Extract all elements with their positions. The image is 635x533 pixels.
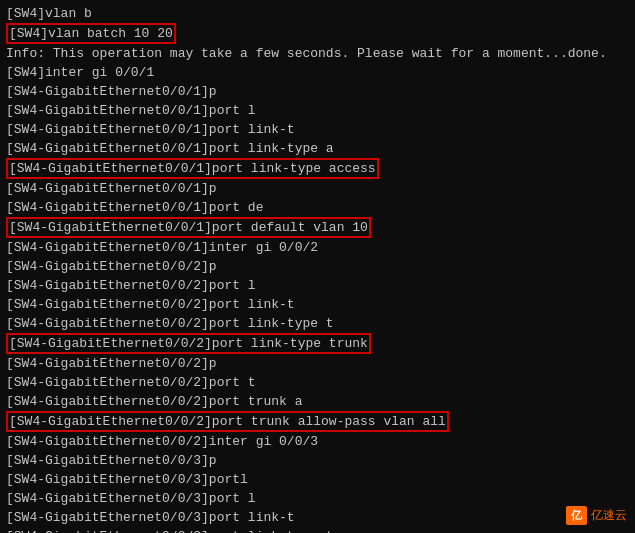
command-text: [SW4-GigabitEthernet0/0/1]p bbox=[6, 179, 217, 198]
terminal-line: [SW4-GigabitEthernet0/0/1]p bbox=[6, 179, 629, 198]
highlighted-command: [SW4-GigabitEthernet0/0/2]port trunk all… bbox=[6, 411, 449, 432]
terminal-line: [SW4-GigabitEthernet0/0/1]inter gi 0/0/2 bbox=[6, 238, 629, 257]
highlighted-command: [SW4-GigabitEthernet0/0/2]port link-type… bbox=[6, 333, 371, 354]
highlighted-command: [SW4-GigabitEthernet0/0/1]port default v… bbox=[6, 217, 371, 238]
command-text: [SW4-GigabitEthernet0/0/1]p bbox=[6, 82, 217, 101]
highlighted-command: [SW4-GigabitEthernet0/0/1]port link-type… bbox=[6, 158, 379, 179]
terminal-line: [SW4-GigabitEthernet0/0/1]port default v… bbox=[6, 217, 629, 238]
command-text: [SW4-GigabitEthernet0/0/2]p bbox=[6, 257, 217, 276]
watermark-logo: 亿 bbox=[566, 506, 587, 525]
terminal-line: [SW4-GigabitEthernet0/0/2]port t bbox=[6, 373, 629, 392]
command-text: [SW4-GigabitEthernet0/0/3]port link-t bbox=[6, 508, 295, 527]
command-text: [SW4-GigabitEthernet0/0/3]port l bbox=[6, 489, 256, 508]
terminal-line: [SW4]inter gi 0/0/1 bbox=[6, 63, 629, 82]
terminal-line: [SW4-GigabitEthernet0/0/2]port trunk all… bbox=[6, 411, 629, 432]
terminal-line: [SW4-GigabitEthernet0/0/1]port link-t bbox=[6, 120, 629, 139]
command-text: [SW4-GigabitEthernet0/0/2]port l bbox=[6, 276, 256, 295]
watermark-text: 亿速云 bbox=[591, 507, 627, 524]
command-text: [SW4-GigabitEthernet0/0/2]port link-t bbox=[6, 295, 295, 314]
terminal-window: [SW4]vlan b[SW4]vlan batch 10 20Info: Th… bbox=[0, 0, 635, 533]
terminal-line: [SW4-GigabitEthernet0/0/2]port link-type… bbox=[6, 314, 629, 333]
terminal-line: [SW4-GigabitEthernet0/0/1]port link-type… bbox=[6, 139, 629, 158]
command-text: [SW4-GigabitEthernet0/0/3]portl bbox=[6, 470, 248, 489]
command-text: [SW4-GigabitEthernet0/0/2]port t bbox=[6, 373, 256, 392]
info-text: Info: This operation may take a few seco… bbox=[6, 44, 607, 63]
command-text: [SW4]vlan b bbox=[6, 4, 92, 23]
highlighted-command: [SW4]vlan batch 10 20 bbox=[6, 23, 176, 44]
command-text: [SW4-GigabitEthernet0/0/1]port link-t bbox=[6, 120, 295, 139]
terminal-line: [SW4-GigabitEthernet0/0/2]inter gi 0/0/3 bbox=[6, 432, 629, 451]
terminal-line: Info: This operation may take a few seco… bbox=[6, 44, 629, 63]
command-text: [SW4-GigabitEthernet0/0/1]inter gi 0/0/2 bbox=[6, 238, 318, 257]
terminal-line: [SW4]vlan batch 10 20 bbox=[6, 23, 629, 44]
terminal-line: [SW4-GigabitEthernet0/0/2]port link-type… bbox=[6, 333, 629, 354]
command-text: [SW4-GigabitEthernet0/0/3]p bbox=[6, 451, 217, 470]
terminal-line: [SW4-GigabitEthernet0/0/2]port l bbox=[6, 276, 629, 295]
command-text: [SW4-GigabitEthernet0/0/2]port link-type… bbox=[6, 314, 334, 333]
terminal-line: [SW4-GigabitEthernet0/0/1]port link-type… bbox=[6, 158, 629, 179]
terminal-line: [SW4-GigabitEthernet0/0/3]port l bbox=[6, 489, 629, 508]
command-text: [SW4-GigabitEthernet0/0/3]port link-type… bbox=[6, 527, 334, 533]
terminal-line: [SW4-GigabitEthernet0/0/3]p bbox=[6, 451, 629, 470]
terminal-line: [SW4-GigabitEthernet0/0/2]p bbox=[6, 354, 629, 373]
terminal-line: [SW4-GigabitEthernet0/0/3]portl bbox=[6, 470, 629, 489]
terminal-line: [SW4-GigabitEthernet0/0/1]port l bbox=[6, 101, 629, 120]
command-text: [SW4-GigabitEthernet0/0/2]inter gi 0/0/3 bbox=[6, 432, 318, 451]
terminal-line: [SW4-GigabitEthernet0/0/1]port de bbox=[6, 198, 629, 217]
command-text: [SW4-GigabitEthernet0/0/1]port l bbox=[6, 101, 256, 120]
command-text: [SW4]inter gi 0/0/1 bbox=[6, 63, 154, 82]
terminal-line: [SW4-GigabitEthernet0/0/2]port trunk a bbox=[6, 392, 629, 411]
terminal-line: [SW4-GigabitEthernet0/0/1]p bbox=[6, 82, 629, 101]
terminal-content: [SW4]vlan b[SW4]vlan batch 10 20Info: Th… bbox=[6, 4, 629, 533]
watermark: 亿 亿速云 bbox=[566, 506, 627, 525]
terminal-line: [SW4-GigabitEthernet0/0/3]port link-t bbox=[6, 508, 629, 527]
command-text: [SW4-GigabitEthernet0/0/2]p bbox=[6, 354, 217, 373]
terminal-line: [SW4]vlan b bbox=[6, 4, 629, 23]
command-text: [SW4-GigabitEthernet0/0/1]port de bbox=[6, 198, 263, 217]
command-text: [SW4-GigabitEthernet0/0/2]port trunk a bbox=[6, 392, 302, 411]
command-text: [SW4-GigabitEthernet0/0/1]port link-type… bbox=[6, 139, 334, 158]
terminal-line: [SW4-GigabitEthernet0/0/2]port link-t bbox=[6, 295, 629, 314]
terminal-line: [SW4-GigabitEthernet0/0/3]port link-type… bbox=[6, 527, 629, 533]
terminal-line: [SW4-GigabitEthernet0/0/2]p bbox=[6, 257, 629, 276]
